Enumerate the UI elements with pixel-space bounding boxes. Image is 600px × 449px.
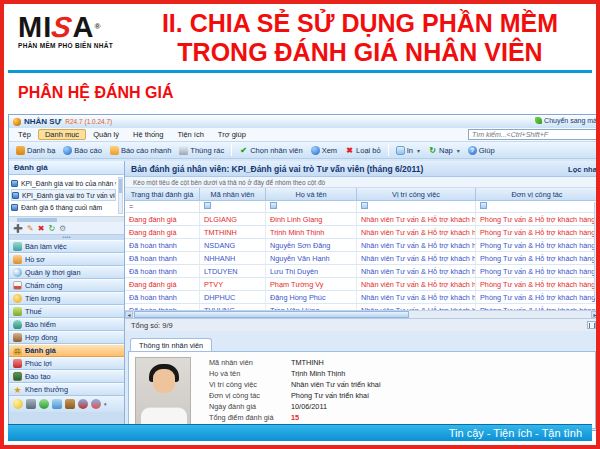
column-header-status[interactable]: Trạng thái đánh giá xyxy=(125,188,200,201)
sidebar-panel-title: Đánh giá xyxy=(9,161,124,175)
filter-unit[interactable] xyxy=(476,201,599,212)
remove-button[interactable]: ✖Loại bỏ xyxy=(341,145,385,156)
view-icon xyxy=(311,146,320,155)
sidebar-bottom-icons: ▾ xyxy=(9,396,124,412)
menu-quan-ly[interactable]: Quản lý xyxy=(86,129,126,140)
remove-icon: ✖ xyxy=(345,146,354,155)
column-header-position[interactable]: Vị trí công việc xyxy=(357,188,476,201)
refresh-icon[interactable]: ↻ xyxy=(48,224,55,233)
employee-detail-body: Mã nhân viênTMTHINH Họ và tênTrịnh Minh … xyxy=(128,351,596,429)
table-row[interactable]: Đang đánh giáDLGIANGĐinh Linh GiangNhân … xyxy=(125,213,599,226)
load-button[interactable]: ↻Nạp xyxy=(424,145,464,156)
slide-title-line1: II. CHIA SẺ SỬ DỤNG PHẦN MỀM xyxy=(132,9,588,38)
slide: MISA® PHẦN MỀM PHỔ BIẾN NHẤT II. CHIA SẺ… xyxy=(0,0,600,449)
add-icon[interactable]: ➕ xyxy=(13,224,23,233)
user-add-icon[interactable] xyxy=(78,399,88,409)
employee-detail-panel: Thông tin nhân viên Mã nhân viênTMTHINH … xyxy=(125,331,599,430)
nav-ho-so[interactable]: Hồ sơ xyxy=(9,253,124,266)
nav-ban-lam-viec[interactable]: Bàn làm việc xyxy=(9,240,124,253)
table-row[interactable]: Đang đánh giáPTVYPhạm Tường VyNhân viên … xyxy=(125,278,599,291)
field-label: Họ và tên xyxy=(209,369,291,378)
menu-he-thong[interactable]: Hệ thống xyxy=(126,129,170,140)
app-titlebar: NHÂN SỰ R24.7 (1.0.24.7) Chuyển sang mà xyxy=(9,115,599,128)
menubar: Tệp Danh mục Quản lý Hệ thống Tiện ích T… xyxy=(9,128,599,142)
record-navigator-icon[interactable] xyxy=(587,321,596,329)
chevron-down-icon[interactable]: ▾ xyxy=(104,401,107,407)
report-button[interactable]: Báo cáo xyxy=(59,145,106,156)
search-input[interactable] xyxy=(468,129,600,140)
footer-slogan-bar: Tin cậy - Tiện ích - Tận tình xyxy=(8,424,592,441)
table-row[interactable]: Đã hoàn thànhDHPHUCĐặng Hồng PhúcNhân vi… xyxy=(125,291,599,304)
print-button[interactable]: In xyxy=(392,145,424,156)
field-value-total-score: 15 xyxy=(291,413,299,422)
report-icon xyxy=(63,146,72,155)
trash-button[interactable]: Thùng rác xyxy=(175,145,228,156)
briefcase-icon[interactable] xyxy=(65,399,75,409)
nav-dao-tao[interactable]: Đào tạo xyxy=(9,370,124,383)
desktop-icon xyxy=(13,242,22,251)
smiley-icon[interactable] xyxy=(13,399,23,409)
tree-horizontal-scrollbar[interactable] xyxy=(9,216,124,222)
contacts-button[interactable]: Danh bạ xyxy=(12,145,59,156)
tree-vertical-scrollbar[interactable] xyxy=(118,177,123,214)
nav-quan-ly-thoi-gian[interactable]: Quản lý thời gian xyxy=(9,266,124,279)
nav-thue[interactable]: Thuế xyxy=(9,305,124,318)
filter-code[interactable] xyxy=(200,201,266,212)
employee-fields: Mã nhân viênTMTHINH Họ và tênTrịnh Minh … xyxy=(209,357,589,423)
footer-slogan: Tin cậy - Tiện ích - Tận tình xyxy=(449,427,582,439)
user-green-icon[interactable] xyxy=(39,399,49,409)
tree-item-danh-gia-6-thang[interactable]: Đánh giá 6 tháng cuối năm xyxy=(11,201,116,213)
switch-mode-link[interactable]: Chuyển sang mà xyxy=(535,117,597,124)
tax-icon xyxy=(13,307,22,316)
column-header-code[interactable]: Mã nhân viên xyxy=(200,188,266,201)
view-button[interactable]: Xem xyxy=(307,145,341,156)
quick-report-button[interactable]: Báo cáo nhanh xyxy=(106,145,175,156)
table-row[interactable]: Đang đánh giáTMTHINHTrịnh Minh ThịnhNhân… xyxy=(125,226,599,239)
table-vertical-scrollbar[interactable] xyxy=(594,202,599,298)
menu-danh-muc[interactable]: Danh mục xyxy=(38,129,86,140)
nav-bao-hiem[interactable]: Bảo hiểm xyxy=(9,318,124,331)
help-button[interactable]: ?Giúp xyxy=(464,145,499,156)
slide-title: II. CHIA SẺ SỬ DỤNG PHẦN MỀM TRONG ĐÁNH … xyxy=(132,9,588,67)
toolbar-separator xyxy=(388,144,389,156)
column-header-unit[interactable]: Đơn vị công tác xyxy=(476,188,599,201)
printer-icon[interactable] xyxy=(26,399,36,409)
nav-tien-luong[interactable]: Tiền lương xyxy=(9,292,124,305)
filter-position[interactable] xyxy=(357,201,476,212)
money-icon xyxy=(13,294,22,303)
nav-phuc-loi[interactable]: Phúc lợi xyxy=(9,357,124,370)
nav-cham-cong[interactable]: Chấm công xyxy=(9,279,124,292)
quick-filter-link[interactable]: Lọc nhanh xyxy=(568,165,599,174)
nav-hop-dong[interactable]: Hợp đồng xyxy=(9,331,124,344)
gear-icon[interactable]: ⚙ xyxy=(59,224,66,233)
delete-icon[interactable]: ✖ xyxy=(38,224,45,233)
user-remove-icon[interactable] xyxy=(91,399,101,409)
table-row[interactable]: Đã hoàn thànhNHHANHNguyễn Văn HạnhNhân v… xyxy=(125,252,599,265)
tree-item-kpi-nhan-vien[interactable]: KPI_Đánh giá vai trò của nhân viên xyxy=(11,177,116,189)
menu-tien-ich[interactable]: Tiện ích xyxy=(170,129,210,140)
insurance-icon xyxy=(13,320,22,329)
address-book-icon xyxy=(16,146,25,155)
gift-box-icon[interactable] xyxy=(52,399,62,409)
tree-item-kpi-tu-van-vien[interactable]: KPI_Đánh giá vai trò Tư vấn viên (t xyxy=(11,189,116,201)
filter-icon xyxy=(480,202,487,209)
menu-tro-giup[interactable]: Trợ giúp xyxy=(211,129,253,140)
nav-danh-gia[interactable]: ⚖Đánh giá xyxy=(9,344,124,357)
nav-khen-thuong[interactable]: ★Khen thưởng xyxy=(9,383,124,396)
main-panel: Bản đánh giá nhân viên: KPI_Đánh giá vai… xyxy=(125,161,599,430)
menu-tep[interactable]: Tệp xyxy=(11,129,38,140)
printer-icon xyxy=(396,146,405,155)
filter-name[interactable] xyxy=(266,201,357,212)
select-employee-button[interactable]: ✔Chọn nhân viên xyxy=(235,145,307,156)
table-horizontal-scrollbar[interactable]: ◄► xyxy=(125,310,599,318)
table-row[interactable]: Đã hoàn thànhNSDANGNguyễn Sơn ĐăngNhân v… xyxy=(125,239,599,252)
table-row[interactable]: Đã hoàn thànhLTDUYENLưu Thị DuyênNhân vi… xyxy=(125,265,599,278)
field-label: Đơn vị công tác xyxy=(209,391,291,400)
tab-employee-info[interactable]: Thông tin nhân viên xyxy=(130,338,212,351)
edit-icon[interactable]: ✎ xyxy=(27,224,34,233)
table-body: Đang đánh giáDLGIANGĐinh Linh GiangNhân … xyxy=(125,213,599,310)
column-header-name[interactable]: Họ và tên xyxy=(266,188,357,201)
evaluation-doc-icon xyxy=(12,192,19,199)
group-by-hint: Kéo một tiêu đề cột bên dưới và thả nó ở… xyxy=(125,177,599,188)
filter-status[interactable]: = xyxy=(125,201,200,212)
